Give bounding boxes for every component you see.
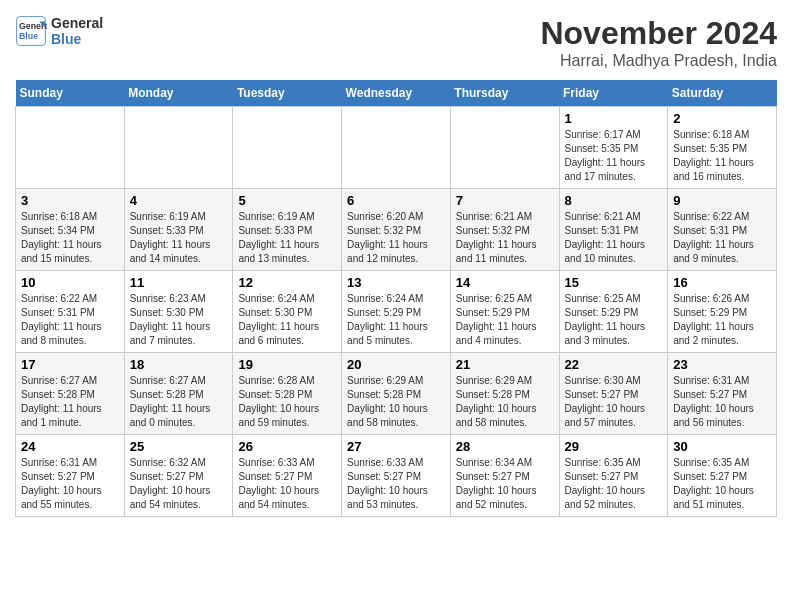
calendar-cell: 9Sunrise: 6:22 AM Sunset: 5:31 PM Daylig… [668, 189, 777, 271]
calendar-cell: 27Sunrise: 6:33 AM Sunset: 5:27 PM Dayli… [342, 435, 451, 517]
day-number: 22 [565, 357, 663, 372]
day-number: 18 [130, 357, 228, 372]
calendar-cell: 22Sunrise: 6:30 AM Sunset: 5:27 PM Dayli… [559, 353, 668, 435]
calendar-week-row: 24Sunrise: 6:31 AM Sunset: 5:27 PM Dayli… [16, 435, 777, 517]
day-number: 8 [565, 193, 663, 208]
day-number: 14 [456, 275, 554, 290]
calendar-cell: 3Sunrise: 6:18 AM Sunset: 5:34 PM Daylig… [16, 189, 125, 271]
logo: General Blue General Blue [15, 15, 103, 47]
day-info: Sunrise: 6:23 AM Sunset: 5:30 PM Dayligh… [130, 292, 228, 348]
calendar-cell: 13Sunrise: 6:24 AM Sunset: 5:29 PM Dayli… [342, 271, 451, 353]
weekday-header-row: SundayMondayTuesdayWednesdayThursdayFrid… [16, 80, 777, 107]
day-info: Sunrise: 6:22 AM Sunset: 5:31 PM Dayligh… [673, 210, 771, 266]
day-info: Sunrise: 6:27 AM Sunset: 5:28 PM Dayligh… [21, 374, 119, 430]
calendar-cell: 15Sunrise: 6:25 AM Sunset: 5:29 PM Dayli… [559, 271, 668, 353]
day-number: 7 [456, 193, 554, 208]
svg-text:Blue: Blue [19, 31, 38, 41]
calendar-cell [16, 107, 125, 189]
weekday-header-friday: Friday [559, 80, 668, 107]
day-info: Sunrise: 6:22 AM Sunset: 5:31 PM Dayligh… [21, 292, 119, 348]
day-number: 30 [673, 439, 771, 454]
day-number: 2 [673, 111, 771, 126]
calendar-cell: 5Sunrise: 6:19 AM Sunset: 5:33 PM Daylig… [233, 189, 342, 271]
calendar-week-row: 10Sunrise: 6:22 AM Sunset: 5:31 PM Dayli… [16, 271, 777, 353]
calendar-cell: 28Sunrise: 6:34 AM Sunset: 5:27 PM Dayli… [450, 435, 559, 517]
calendar-cell: 30Sunrise: 6:35 AM Sunset: 5:27 PM Dayli… [668, 435, 777, 517]
day-number: 17 [21, 357, 119, 372]
calendar-cell: 14Sunrise: 6:25 AM Sunset: 5:29 PM Dayli… [450, 271, 559, 353]
day-number: 1 [565, 111, 663, 126]
weekday-header-sunday: Sunday [16, 80, 125, 107]
day-info: Sunrise: 6:31 AM Sunset: 5:27 PM Dayligh… [21, 456, 119, 512]
calendar-cell: 19Sunrise: 6:28 AM Sunset: 5:28 PM Dayli… [233, 353, 342, 435]
weekday-header-wednesday: Wednesday [342, 80, 451, 107]
month-title: November 2024 [540, 15, 777, 52]
calendar-cell [342, 107, 451, 189]
calendar-cell [233, 107, 342, 189]
calendar-table: SundayMondayTuesdayWednesdayThursdayFrid… [15, 80, 777, 517]
location-title: Harrai, Madhya Pradesh, India [540, 52, 777, 70]
day-info: Sunrise: 6:32 AM Sunset: 5:27 PM Dayligh… [130, 456, 228, 512]
day-info: Sunrise: 6:24 AM Sunset: 5:29 PM Dayligh… [347, 292, 445, 348]
calendar-week-row: 1Sunrise: 6:17 AM Sunset: 5:35 PM Daylig… [16, 107, 777, 189]
day-info: Sunrise: 6:21 AM Sunset: 5:31 PM Dayligh… [565, 210, 663, 266]
day-number: 12 [238, 275, 336, 290]
day-info: Sunrise: 6:26 AM Sunset: 5:29 PM Dayligh… [673, 292, 771, 348]
calendar-cell: 24Sunrise: 6:31 AM Sunset: 5:27 PM Dayli… [16, 435, 125, 517]
day-number: 9 [673, 193, 771, 208]
title-section: November 2024 Harrai, Madhya Pradesh, In… [540, 15, 777, 70]
day-info: Sunrise: 6:34 AM Sunset: 5:27 PM Dayligh… [456, 456, 554, 512]
calendar-cell [124, 107, 233, 189]
day-info: Sunrise: 6:20 AM Sunset: 5:32 PM Dayligh… [347, 210, 445, 266]
day-number: 29 [565, 439, 663, 454]
weekday-header-saturday: Saturday [668, 80, 777, 107]
calendar-cell: 18Sunrise: 6:27 AM Sunset: 5:28 PM Dayli… [124, 353, 233, 435]
day-info: Sunrise: 6:28 AM Sunset: 5:28 PM Dayligh… [238, 374, 336, 430]
day-info: Sunrise: 6:30 AM Sunset: 5:27 PM Dayligh… [565, 374, 663, 430]
day-info: Sunrise: 6:29 AM Sunset: 5:28 PM Dayligh… [456, 374, 554, 430]
day-info: Sunrise: 6:19 AM Sunset: 5:33 PM Dayligh… [130, 210, 228, 266]
day-number: 21 [456, 357, 554, 372]
page-header: General Blue General Blue November 2024 … [15, 15, 777, 70]
weekday-header-thursday: Thursday [450, 80, 559, 107]
day-info: Sunrise: 6:18 AM Sunset: 5:35 PM Dayligh… [673, 128, 771, 184]
weekday-header-tuesday: Tuesday [233, 80, 342, 107]
day-number: 25 [130, 439, 228, 454]
weekday-header-monday: Monday [124, 80, 233, 107]
calendar-cell: 21Sunrise: 6:29 AM Sunset: 5:28 PM Dayli… [450, 353, 559, 435]
day-number: 15 [565, 275, 663, 290]
calendar-cell: 7Sunrise: 6:21 AM Sunset: 5:32 PM Daylig… [450, 189, 559, 271]
day-number: 11 [130, 275, 228, 290]
day-number: 5 [238, 193, 336, 208]
day-info: Sunrise: 6:24 AM Sunset: 5:30 PM Dayligh… [238, 292, 336, 348]
calendar-cell: 1Sunrise: 6:17 AM Sunset: 5:35 PM Daylig… [559, 107, 668, 189]
calendar-cell: 20Sunrise: 6:29 AM Sunset: 5:28 PM Dayli… [342, 353, 451, 435]
calendar-cell: 23Sunrise: 6:31 AM Sunset: 5:27 PM Dayli… [668, 353, 777, 435]
day-info: Sunrise: 6:21 AM Sunset: 5:32 PM Dayligh… [456, 210, 554, 266]
day-number: 27 [347, 439, 445, 454]
day-info: Sunrise: 6:33 AM Sunset: 5:27 PM Dayligh… [238, 456, 336, 512]
day-number: 4 [130, 193, 228, 208]
calendar-cell: 12Sunrise: 6:24 AM Sunset: 5:30 PM Dayli… [233, 271, 342, 353]
day-number: 3 [21, 193, 119, 208]
calendar-cell: 4Sunrise: 6:19 AM Sunset: 5:33 PM Daylig… [124, 189, 233, 271]
calendar-cell: 25Sunrise: 6:32 AM Sunset: 5:27 PM Dayli… [124, 435, 233, 517]
logo-text-general: General [51, 15, 103, 31]
day-info: Sunrise: 6:25 AM Sunset: 5:29 PM Dayligh… [565, 292, 663, 348]
calendar-cell [450, 107, 559, 189]
day-info: Sunrise: 6:19 AM Sunset: 5:33 PM Dayligh… [238, 210, 336, 266]
logo-icon: General Blue [15, 15, 47, 47]
day-info: Sunrise: 6:31 AM Sunset: 5:27 PM Dayligh… [673, 374, 771, 430]
day-number: 6 [347, 193, 445, 208]
calendar-week-row: 3Sunrise: 6:18 AM Sunset: 5:34 PM Daylig… [16, 189, 777, 271]
calendar-cell: 29Sunrise: 6:35 AM Sunset: 5:27 PM Dayli… [559, 435, 668, 517]
calendar-cell: 8Sunrise: 6:21 AM Sunset: 5:31 PM Daylig… [559, 189, 668, 271]
calendar-cell: 26Sunrise: 6:33 AM Sunset: 5:27 PM Dayli… [233, 435, 342, 517]
day-number: 28 [456, 439, 554, 454]
day-number: 20 [347, 357, 445, 372]
day-info: Sunrise: 6:35 AM Sunset: 5:27 PM Dayligh… [673, 456, 771, 512]
day-number: 23 [673, 357, 771, 372]
day-info: Sunrise: 6:27 AM Sunset: 5:28 PM Dayligh… [130, 374, 228, 430]
day-info: Sunrise: 6:29 AM Sunset: 5:28 PM Dayligh… [347, 374, 445, 430]
day-info: Sunrise: 6:35 AM Sunset: 5:27 PM Dayligh… [565, 456, 663, 512]
